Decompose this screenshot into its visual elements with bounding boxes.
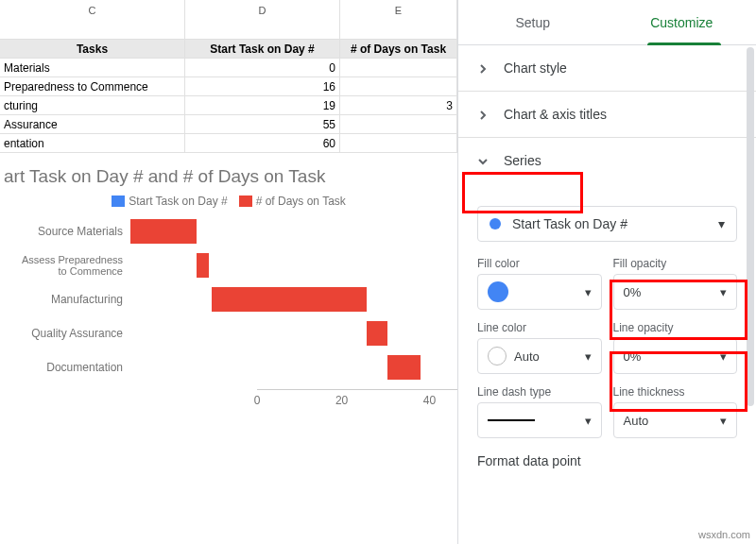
table-row[interactable]: Preparedness to Commence 16 bbox=[0, 77, 457, 96]
field-value: Auto bbox=[514, 349, 540, 364]
fill-color-select[interactable]: ▾ bbox=[477, 274, 602, 310]
spreadsheet-area: C D E Tasks Start Task on Day # # of Day… bbox=[0, 0, 457, 544]
col-header-e[interactable]: E bbox=[340, 0, 457, 21]
fill-opacity-select[interactable]: 0% ▾ bbox=[613, 274, 738, 310]
watermark: wsxdn.com bbox=[698, 529, 750, 540]
caret-down-icon: ▾ bbox=[720, 285, 727, 299]
section-label: Chart style bbox=[504, 60, 567, 76]
line-opacity-select[interactable]: 0% ▾ bbox=[613, 338, 738, 374]
caret-down-icon: ▾ bbox=[585, 349, 592, 364]
line-color-field: Line color Auto ▾ bbox=[477, 321, 602, 374]
chevron-right-icon bbox=[477, 62, 489, 74]
field-label: Line color bbox=[477, 321, 602, 334]
legend-label-a: Start Task on Day # bbox=[129, 195, 228, 208]
table-row[interactable]: Assurance 55 bbox=[0, 115, 457, 134]
caret-down-icon: ▾ bbox=[585, 285, 592, 299]
header-daysontask[interactable]: # of Days on Task bbox=[340, 40, 457, 59]
header-startday[interactable]: Start Task on Day # bbox=[185, 40, 340, 59]
col-header-c[interactable]: C bbox=[0, 0, 185, 21]
col-header-d[interactable]: D bbox=[185, 0, 340, 21]
table-header-row[interactable]: Tasks Start Task on Day # # of Days on T… bbox=[0, 40, 457, 59]
field-label: Fill color bbox=[477, 257, 602, 270]
section-chart-style[interactable]: Chart style bbox=[458, 45, 756, 92]
sidebar-scrollbar[interactable] bbox=[747, 47, 754, 406]
section-label: Series bbox=[504, 153, 541, 168]
line-opacity-field: Line opacity 0% ▾ bbox=[613, 321, 738, 374]
auto-color-icon bbox=[488, 347, 507, 366]
series-selector[interactable]: Start Task on Day # ▾ bbox=[477, 206, 737, 242]
field-value: 0% bbox=[624, 349, 642, 364]
x-tick: 20 bbox=[335, 394, 348, 407]
line-color-select[interactable]: Auto ▾ bbox=[477, 338, 602, 374]
line-dash-field: Line dash type ▾ bbox=[477, 385, 602, 438]
field-value: Auto bbox=[624, 414, 649, 428]
fill-opacity-field: Fill opacity 0% ▾ bbox=[613, 257, 738, 310]
table-row[interactable]: Materials 0 bbox=[0, 59, 457, 77]
series-color-icon bbox=[490, 218, 501, 230]
table-row[interactable]: entation 60 bbox=[0, 134, 457, 153]
tab-customize[interactable]: Customize bbox=[608, 0, 757, 44]
chart-legend: Start Task on Day # # of Days on Task bbox=[4, 195, 454, 208]
column-headers: C D E bbox=[0, 0, 457, 21]
chevron-down-icon bbox=[477, 155, 489, 166]
line-thickness-field: Line thickness Auto ▾ bbox=[613, 385, 738, 438]
y-label: Manufacturing bbox=[11, 293, 130, 306]
fill-color-swatch bbox=[488, 281, 508, 302]
y-label: Quality Assurance bbox=[11, 327, 130, 340]
section-chart-axis-titles[interactable]: Chart & axis titles bbox=[458, 92, 756, 138]
legend-swatch-a bbox=[112, 196, 125, 207]
field-value: 0% bbox=[624, 285, 642, 299]
table-row[interactable]: cturing 19 3 bbox=[0, 96, 457, 115]
chart-editor-sidebar: Setup Customize Chart style Chart & axis… bbox=[457, 0, 756, 544]
x-axis: 0 20 40 60 bbox=[257, 389, 457, 390]
series-panel: Start Task on Day # ▾ Fill color ▾ Fill … bbox=[458, 183, 756, 484]
y-label: Assess Preparedness to Commence bbox=[11, 254, 130, 277]
x-tick: 0 bbox=[254, 394, 261, 407]
section-label: Chart & axis titles bbox=[504, 107, 607, 122]
sidebar-tabs: Setup Customize bbox=[458, 0, 756, 45]
legend-swatch-b bbox=[239, 196, 252, 207]
caret-down-icon: ▾ bbox=[720, 414, 727, 428]
format-data-point-link[interactable]: Format data point bbox=[473, 453, 741, 468]
caret-down-icon: ▾ bbox=[585, 414, 592, 428]
line-thickness-select[interactable]: Auto ▾ bbox=[613, 402, 738, 438]
embedded-chart[interactable]: art Task on Day # and # of Days on Task … bbox=[0, 162, 457, 506]
line-dash-select[interactable]: ▾ bbox=[477, 402, 602, 438]
tab-underline bbox=[647, 42, 721, 45]
field-label: Fill opacity bbox=[613, 257, 738, 270]
series-selected-label: Start Task on Day # bbox=[512, 216, 627, 231]
y-label: Documentation bbox=[11, 361, 130, 374]
header-tasks[interactable]: Tasks bbox=[0, 40, 185, 59]
empty-row[interactable] bbox=[0, 21, 457, 40]
field-label: Line opacity bbox=[613, 321, 738, 334]
caret-down-icon: ▾ bbox=[718, 216, 725, 231]
legend-label-b: # of Days on Task bbox=[256, 195, 346, 208]
x-tick: 40 bbox=[423, 394, 436, 407]
solid-line-icon bbox=[488, 419, 535, 421]
chevron-right-icon bbox=[477, 109, 489, 120]
bar-chart-body: Source Materials Assess Preparedness to … bbox=[4, 219, 454, 502]
chart-title: art Task on Day # and # of Days on Task bbox=[4, 166, 454, 187]
field-label: Line thickness bbox=[613, 385, 738, 399]
fill-color-field: Fill color ▾ bbox=[477, 257, 602, 310]
tab-setup[interactable]: Setup bbox=[458, 0, 608, 44]
caret-down-icon: ▾ bbox=[720, 349, 727, 364]
y-label: Source Materials bbox=[11, 225, 130, 238]
field-label: Line dash type bbox=[477, 385, 602, 399]
section-series[interactable]: Series bbox=[458, 138, 756, 183]
